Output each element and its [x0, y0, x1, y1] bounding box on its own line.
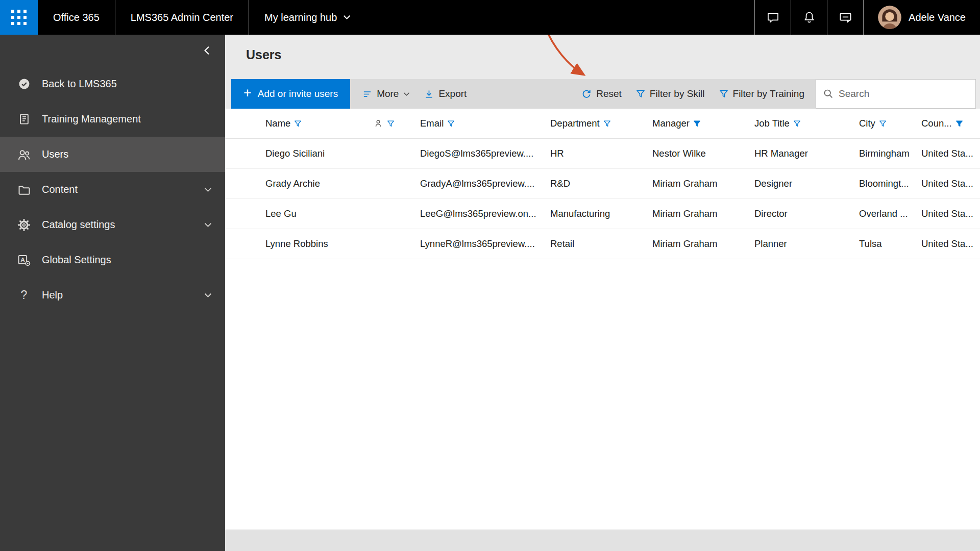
feedback-button[interactable]: [827, 0, 863, 35]
more-lines-icon: [362, 89, 372, 99]
table-row[interactable]: Grady Archie GradyA@lms365preview.... R&…: [225, 169, 980, 199]
funnel-icon[interactable]: [793, 120, 801, 128]
office365-brand[interactable]: Office 365: [38, 0, 115, 35]
funnel-filled-icon[interactable]: [693, 120, 701, 128]
column-header-name[interactable]: Name: [265, 118, 375, 129]
column-header-department[interactable]: Department: [550, 118, 652, 129]
search-icon: [823, 89, 834, 99]
filter-by-training-label: Filter by Training: [733, 88, 804, 99]
column-header-country[interactable]: Coun...: [921, 118, 980, 129]
filter-by-training-button[interactable]: Filter by Training: [712, 79, 812, 109]
search-input[interactable]: [839, 88, 968, 99]
column-header-presence[interactable]: [375, 119, 420, 128]
horizontal-scrollbar-track[interactable]: [225, 530, 980, 551]
app-launcher-button[interactable]: [0, 0, 38, 35]
cell-manager: Miriam Graham: [652, 238, 754, 249]
sidebar-item-help[interactable]: ? Help: [0, 278, 225, 313]
sidebar-item-label: Users: [42, 148, 212, 160]
chat-button[interactable]: [755, 0, 791, 35]
reset-button[interactable]: Reset: [574, 79, 629, 109]
funnel-filled-icon[interactable]: [955, 120, 963, 128]
notifications-button[interactable]: [791, 0, 827, 35]
column-header-email[interactable]: Email: [420, 118, 550, 129]
funnel-icon: [636, 89, 645, 98]
chevron-down-icon: [204, 187, 212, 192]
office365-brand-label: Office 365: [53, 12, 100, 23]
cell-job-title: HR Manager: [754, 148, 859, 159]
cell-email: LynneR@lms365preview....: [420, 238, 550, 249]
sidebar-item-users[interactable]: Users: [0, 137, 225, 172]
feedback-icon: [839, 11, 852, 24]
column-label: Name: [265, 118, 290, 129]
cell-department: Manufacturing: [550, 208, 652, 219]
column-header-job-title[interactable]: Job Title: [754, 118, 859, 129]
admin-center-title[interactable]: LMS365 Admin Center: [115, 0, 249, 35]
column-header-manager[interactable]: Manager: [652, 118, 754, 129]
bell-icon: [802, 11, 816, 24]
sidebar-item-label: Training Management: [42, 113, 212, 125]
collapse-sidebar-button[interactable]: [204, 46, 210, 55]
table-header-row: Name Email Department Manager: [225, 109, 980, 139]
search-box: [816, 79, 976, 109]
hub-menu-label: My learning hub: [264, 12, 337, 23]
cell-department: HR: [550, 148, 652, 159]
chevron-down-icon: [204, 293, 212, 298]
column-label: Job Title: [754, 118, 790, 129]
cell-email: GradyA@lms365preview....: [420, 178, 550, 189]
cell-job-title: Planner: [754, 238, 859, 249]
global-settings-icon: A: [17, 253, 31, 267]
column-label: Email: [420, 118, 444, 129]
users-table: Name Email Department Manager: [225, 109, 980, 530]
cell-email: DiegoS@lms365preview....: [420, 148, 550, 159]
filter-by-skill-button[interactable]: Filter by Skill: [629, 79, 712, 109]
cell-email: LeeG@lms365preview.on...: [420, 208, 550, 219]
sidebar-item-label: Global Settings: [42, 254, 212, 266]
user-name: Adele Vance: [909, 12, 966, 23]
more-button[interactable]: More: [355, 79, 417, 109]
column-header-city[interactable]: City: [859, 118, 921, 129]
funnel-icon: [719, 89, 728, 98]
sidebar-item-back-to-lms365[interactable]: Back to LMS365: [0, 66, 225, 102]
filter-by-skill-label: Filter by Skill: [650, 88, 705, 99]
reset-label: Reset: [596, 88, 622, 99]
hub-menu[interactable]: My learning hub: [249, 0, 366, 35]
add-or-invite-users-label: Add or invite users: [258, 88, 338, 99]
sidebar-item-label: Content: [42, 184, 204, 195]
users-icon: [17, 147, 31, 162]
avatar: [878, 6, 901, 29]
cell-manager: Miriam Graham: [652, 178, 754, 189]
refresh-icon: [581, 89, 592, 99]
waffle-icon: [11, 10, 27, 25]
export-button[interactable]: Export: [417, 79, 474, 109]
cell-country: United Sta...: [921, 208, 980, 219]
cell-department: Retail: [550, 238, 652, 249]
cell-manager: Miriam Graham: [652, 208, 754, 219]
chevron-down-icon: [403, 92, 410, 96]
table-row[interactable]: Lynne Robbins LynneR@lms365preview.... R…: [225, 229, 980, 259]
sidebar-item-catalog-settings[interactable]: Catalog settings: [0, 207, 225, 242]
cell-country: United Sta...: [921, 238, 980, 249]
funnel-icon[interactable]: [294, 120, 302, 128]
sidebar-item-global-settings[interactable]: A Global Settings: [0, 242, 225, 278]
command-bar: + Add or invite users More Export: [225, 79, 980, 109]
sidebar-item-training-management[interactable]: Training Management: [0, 102, 225, 137]
column-label: City: [859, 118, 875, 129]
sidebar-collapse-row: [0, 35, 225, 66]
column-label: Coun...: [921, 118, 952, 129]
table-row[interactable]: Diego Siciliani DiegoS@lms365preview....…: [225, 139, 980, 169]
add-or-invite-users-button[interactable]: + Add or invite users: [231, 79, 350, 109]
funnel-icon[interactable]: [879, 120, 887, 128]
sidebar-item-content[interactable]: Content: [0, 172, 225, 207]
funnel-icon[interactable]: [387, 120, 395, 128]
funnel-icon[interactable]: [603, 120, 611, 128]
cell-manager: Nestor Wilke: [652, 148, 754, 159]
admin-center-label: LMS365 Admin Center: [131, 12, 233, 23]
cell-name: Lee Gu: [265, 208, 375, 219]
cell-country: United Sta...: [921, 178, 980, 189]
help-icon: ?: [17, 288, 31, 303]
chevron-left-icon: [204, 46, 210, 55]
table-row[interactable]: Lee Gu LeeG@lms365preview.on... Manufact…: [225, 199, 980, 229]
funnel-icon[interactable]: [447, 120, 455, 128]
plus-icon: +: [243, 86, 252, 100]
account-menu[interactable]: Adele Vance: [864, 0, 980, 35]
